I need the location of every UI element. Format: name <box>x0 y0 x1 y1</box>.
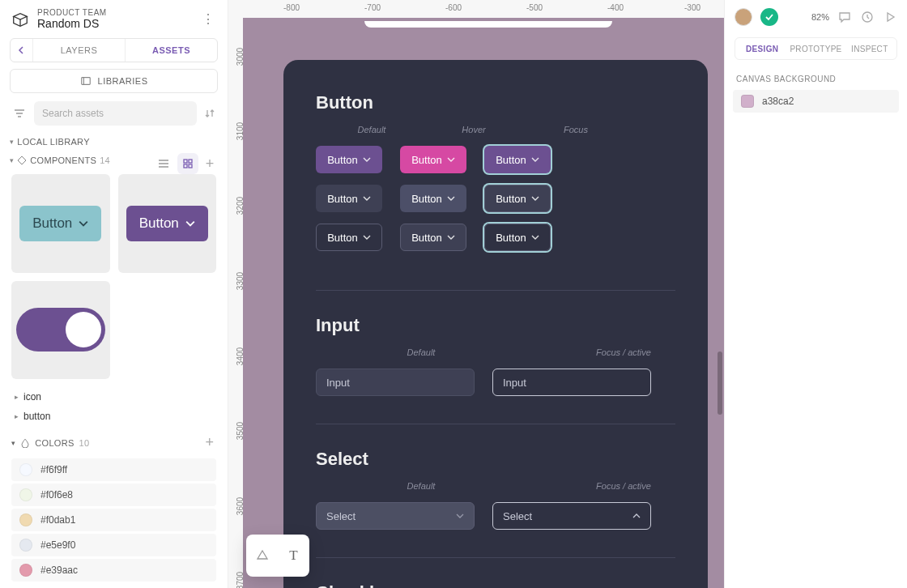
color-row[interactable]: #e5e9f0 <box>11 534 216 556</box>
components-header[interactable]: ▾ COMPONENTS 14 <box>0 156 153 165</box>
list-view-icon[interactable] <box>153 153 174 174</box>
chevron-down-icon: ▾ <box>10 138 14 146</box>
ruler-tick: -600 <box>445 3 462 12</box>
button-primary-default[interactable]: Button <box>316 146 382 173</box>
shape-tool-icon[interactable] <box>252 545 273 566</box>
chevron-down-icon <box>79 219 88 228</box>
chevron-down-icon: ▾ <box>11 439 15 447</box>
tab-assets[interactable]: ASSETS <box>126 39 217 62</box>
chevron-down-icon <box>185 219 195 228</box>
input-default[interactable]: Input <box>316 369 475 396</box>
scrollbar-thumb[interactable] <box>718 352 722 415</box>
component-tile-button-teal[interactable]: Button <box>11 174 110 273</box>
chevron-down-icon <box>531 156 539 164</box>
libraries-button[interactable]: LIBRARIES <box>10 69 218 93</box>
tab-layers[interactable]: LAYERS <box>33 39 125 62</box>
svg-rect-10 <box>184 164 187 168</box>
ruler-tick: 3300 <box>236 272 245 290</box>
sync-status-icon[interactable] <box>760 8 778 26</box>
chevron-down-icon <box>531 194 539 202</box>
button-primary-hover[interactable]: Button <box>400 146 466 173</box>
color-row[interactable]: #f0dab1 <box>11 509 216 531</box>
play-icon[interactable] <box>883 10 897 24</box>
component-tile-toggle[interactable] <box>11 281 110 380</box>
button-outline-hover[interactable]: Button <box>400 224 466 251</box>
tree-item-button[interactable]: ▸ button <box>0 407 228 426</box>
more-menu-icon[interactable]: ⋮ <box>198 11 218 27</box>
color-swatch <box>741 95 754 108</box>
tree-item-icon[interactable]: ▸ icon <box>0 387 228 407</box>
right-panel: 82% DESIGN PROTOTYPE INSPECT CANVAS BACK… <box>724 0 907 588</box>
tab-prototype[interactable]: PROTOTYPE <box>789 38 842 59</box>
tab-design[interactable]: DESIGN <box>735 38 789 59</box>
chevron-down-icon <box>456 513 464 518</box>
color-swatch <box>19 513 32 526</box>
file-name[interactable]: Random DS <box>37 17 190 30</box>
section-title-input: Input <box>316 315 675 336</box>
ruler-tick: 3600 <box>236 497 245 515</box>
section-title-checkbox: Checkbox <box>316 582 675 588</box>
section-title-button: Button <box>316 92 675 113</box>
ruler-tick: -400 <box>607 3 624 12</box>
chevron-down-icon <box>447 194 455 202</box>
input-focus[interactable]: Input <box>492 369 651 396</box>
button-secondary-focus[interactable]: Button <box>484 185 551 212</box>
left-panel: PRODUCT TEAM Random DS ⋮ LAYERS ASSETS L… <box>0 0 228 588</box>
grid-view-icon[interactable] <box>177 153 198 174</box>
ruler-tick: -500 <box>526 3 543 12</box>
svg-rect-0 <box>81 78 90 85</box>
toggle-switch <box>16 308 105 352</box>
color-label: #f0dab1 <box>40 514 75 526</box>
svg-rect-11 <box>189 164 192 168</box>
chevron-down-icon <box>531 233 539 241</box>
add-component-icon[interactable]: + <box>202 156 218 173</box>
color-row[interactable]: #f6f9ff <box>11 458 216 481</box>
ruler-horizontal: -800-700-600-500-400-300-200 <box>243 0 724 18</box>
chevron-up-icon <box>632 513 641 518</box>
back-button[interactable] <box>11 39 33 62</box>
libraries-label: LIBRARIES <box>98 76 148 86</box>
colors-header[interactable]: ▾ COLORS 10 + <box>0 426 228 456</box>
button-outline-focus[interactable]: Button <box>484 224 551 251</box>
section-title-select: Select <box>316 449 675 470</box>
button-outline-default[interactable]: Button <box>316 224 382 251</box>
color-label: #e39aac <box>40 565 78 576</box>
canvas-area[interactable]: -800-700-600-500-400-300-200 30003100320… <box>228 0 724 588</box>
search-input[interactable] <box>34 101 197 126</box>
select-default[interactable]: Select <box>316 502 475 530</box>
color-row[interactable]: #e39aac <box>11 559 216 582</box>
chevron-down-icon <box>447 233 455 241</box>
text-tool-icon[interactable]: T <box>283 545 304 566</box>
ruler-tick: -700 <box>364 3 381 12</box>
sort-icon[interactable] <box>202 108 218 119</box>
user-avatar[interactable] <box>735 8 752 26</box>
tab-inspect[interactable]: INSPECT <box>843 38 896 59</box>
zoom-level[interactable]: 82% <box>811 12 829 22</box>
button-primary-focus[interactable]: Button <box>484 146 551 173</box>
component-tile-button-purple[interactable]: Button <box>118 174 217 273</box>
comments-icon[interactable] <box>837 10 852 24</box>
filter-icon[interactable] <box>10 102 29 125</box>
select-focus[interactable]: Select <box>492 502 651 530</box>
ruler-vertical: 30003100320033003400350036003700 <box>228 18 243 588</box>
button-secondary-hover[interactable]: Button <box>400 185 466 212</box>
chevron-right-icon: ▸ <box>15 393 19 401</box>
svg-rect-9 <box>189 160 192 163</box>
local-library-header[interactable]: ▾ LOCAL LIBRARY <box>0 137 228 147</box>
ruler-tick: 3700 <box>236 572 245 588</box>
color-swatch <box>19 488 32 501</box>
add-color-icon[interactable]: + <box>202 434 218 451</box>
design-system-frame[interactable]: Button Default Hover Focus Button Button… <box>283 60 708 588</box>
chevron-down-icon <box>363 194 371 202</box>
canvas-bg-color[interactable]: a38ca2 <box>733 90 899 113</box>
chevron-down-icon <box>363 156 371 164</box>
color-label: #f0f6e8 <box>40 489 73 501</box>
app-logo-icon[interactable] <box>11 11 29 28</box>
svg-rect-8 <box>184 160 187 163</box>
color-row[interactable]: #f0f6e8 <box>11 484 216 506</box>
chevron-down-icon <box>363 233 371 241</box>
button-secondary-default[interactable]: Button <box>316 185 382 212</box>
team-name: PRODUCT TEAM <box>37 8 190 17</box>
ruler-tick: 3500 <box>236 422 245 440</box>
history-icon[interactable] <box>860 10 875 24</box>
